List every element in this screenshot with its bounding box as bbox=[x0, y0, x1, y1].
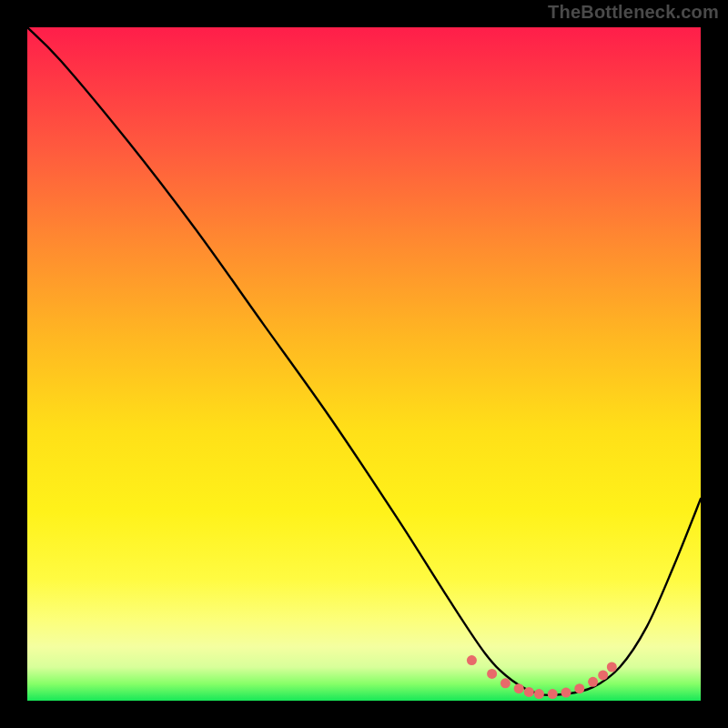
optimal-range-markers bbox=[467, 655, 617, 699]
optimal-range-dot bbox=[500, 678, 511, 688]
bottleneck-curve-line bbox=[27, 27, 701, 695]
optimal-range-dot bbox=[548, 689, 558, 699]
optimal-range-dot bbox=[487, 669, 497, 679]
chart-frame: TheBottleneck.com bbox=[0, 0, 728, 728]
optimal-range-dot bbox=[607, 662, 617, 672]
plot-area bbox=[27, 27, 701, 701]
optimal-range-dot bbox=[467, 655, 477, 665]
watermark-text: TheBottleneck.com bbox=[548, 2, 719, 23]
chart-svg bbox=[27, 27, 701, 701]
optimal-range-dot bbox=[524, 687, 534, 697]
optimal-range-dot bbox=[534, 689, 544, 699]
optimal-range-dot bbox=[514, 683, 524, 693]
optimal-range-dot bbox=[588, 677, 598, 687]
optimal-range-dot bbox=[598, 670, 608, 680]
optimal-range-dot bbox=[561, 688, 571, 698]
optimal-range-dot bbox=[574, 683, 584, 693]
